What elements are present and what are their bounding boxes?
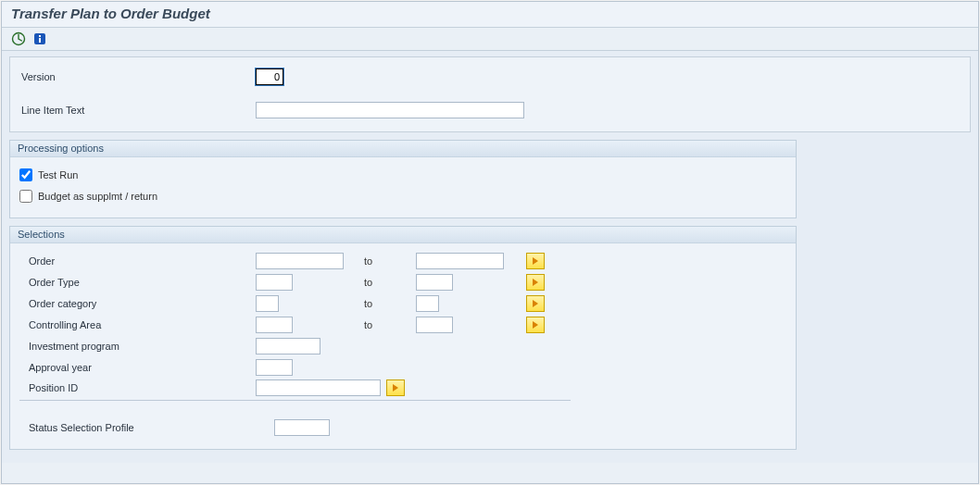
order-type-to-input[interactable]	[416, 274, 453, 291]
order-type-multiple-button[interactable]	[526, 274, 545, 291]
selections-title: Selections	[10, 227, 796, 243]
execute-button[interactable]	[9, 31, 28, 47]
page-title: Transfer Plan to Order Budget	[2, 2, 978, 28]
info-button[interactable]	[31, 31, 48, 46]
toolbar	[2, 28, 978, 51]
line-item-text-input[interactable]	[256, 102, 524, 118]
to-label: to	[344, 319, 416, 330]
processing-options-title: Processing options	[10, 141, 796, 157]
position-id-multiple-button[interactable]	[386, 379, 405, 396]
to-label: to	[344, 255, 416, 267]
test-run-checkbox[interactable]	[19, 168, 32, 181]
controlling-area-label: Controlling Area	[19, 319, 256, 330]
header-fields-block: Version Line Item Text	[9, 56, 971, 132]
budget-supplement-label: Budget as supplmt / return	[38, 191, 157, 202]
order-category-to-input[interactable]	[416, 295, 439, 312]
arrow-right-icon	[533, 279, 538, 286]
position-id-label: Position ID	[19, 382, 256, 393]
arrow-right-icon	[533, 257, 538, 265]
selections-group: Selections Order to Order Type to	[9, 226, 797, 450]
approval-year-input[interactable]	[256, 359, 293, 376]
order-label: Order	[19, 255, 256, 267]
order-to-input[interactable]	[416, 253, 504, 269]
svg-rect-2	[39, 35, 41, 37]
processing-options-group: Processing options Test Run Budget as su…	[9, 140, 797, 218]
investment-program-input[interactable]	[256, 338, 320, 354]
order-category-from-input[interactable]	[256, 295, 279, 312]
line-item-text-label: Line Item Text	[19, 105, 256, 116]
investment-program-label: Investment program	[19, 341, 256, 352]
info-icon	[33, 32, 46, 45]
status-selection-profile-input[interactable]	[274, 419, 330, 436]
controlling-area-multiple-button[interactable]	[526, 317, 545, 333]
controlling-area-to-input[interactable]	[416, 317, 453, 333]
order-category-multiple-button[interactable]	[526, 295, 545, 312]
order-type-from-input[interactable]	[256, 274, 293, 291]
to-label: to	[344, 298, 416, 309]
app-window: Transfer Plan to Order Budget	[1, 1, 979, 484]
order-type-label: Order Type	[19, 277, 256, 288]
content-area: Version Line Item Text Processing option…	[2, 51, 978, 463]
approval-year-label: Approval year	[19, 362, 256, 373]
to-label: to	[344, 277, 416, 288]
controlling-area-from-input[interactable]	[256, 317, 293, 333]
arrow-right-icon	[533, 321, 538, 329]
position-id-input[interactable]	[256, 379, 381, 396]
version-input[interactable]	[256, 68, 283, 85]
execute-icon	[11, 31, 26, 46]
status-selection-profile-label: Status Selection Profile	[19, 422, 274, 433]
test-run-label: Test Run	[38, 169, 78, 180]
version-label: Version	[19, 71, 256, 82]
svg-rect-3	[39, 38, 41, 43]
arrow-right-icon	[393, 384, 398, 392]
arrow-right-icon	[533, 300, 538, 307]
budget-supplement-checkbox[interactable]	[19, 190, 32, 203]
order-from-input[interactable]	[256, 253, 344, 269]
order-multiple-button[interactable]	[526, 253, 545, 269]
order-category-label: Order category	[19, 298, 256, 309]
